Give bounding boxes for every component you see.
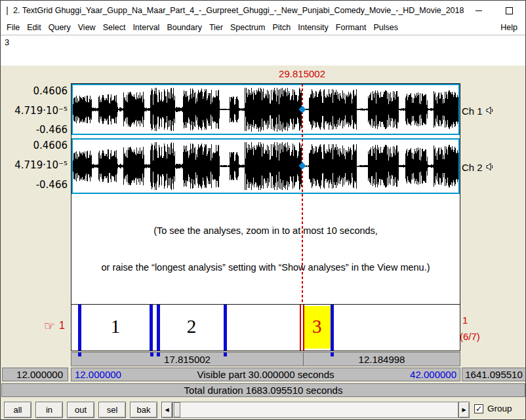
scroll-right-button[interactable]: ▶: [458, 402, 470, 418]
total-duration-bar[interactable]: Total duration 1683.095510 seconds: [1, 383, 525, 397]
ch2-mean-label: 4.719·10⁻⁵: [3, 160, 68, 170]
interval-text-field[interactable]: 3: [1, 35, 526, 68]
minimize-button[interactable]: [464, 1, 494, 20]
menu-select[interactable]: Select: [99, 23, 129, 32]
maximize-icon: [506, 7, 513, 14]
visible-end: 42.000000: [410, 369, 460, 380]
menu-query[interactable]: Query: [45, 23, 74, 32]
checkmark-icon: ✓: [475, 404, 482, 413]
waveform-channel-2[interactable]: [71, 138, 460, 194]
tier-pointer[interactable]: ☞ 1: [44, 319, 65, 332]
zoom-sel-button[interactable]: sel: [98, 402, 126, 418]
duration-left-segment[interactable]: 17.815002: [71, 353, 304, 366]
zoom-all-button[interactable]: all: [4, 402, 31, 418]
window-controls: ✕: [464, 1, 526, 20]
menu-intensity[interactable]: Intensity: [294, 23, 333, 32]
tier-boundary[interactable]: [331, 305, 334, 351]
menu-boundary[interactable]: Boundary: [163, 23, 206, 32]
waveform-ch1[interactable]: [73, 85, 458, 134]
boundary-tick: [78, 353, 81, 356]
speaker-icon[interactable]: [486, 162, 494, 173]
menu-view[interactable]: View: [74, 23, 99, 32]
window-start-cell[interactable]: 12.000000: [2, 368, 68, 381]
window-title: 2. TextGrid Ghuggi_Yaar_Gupp_Na_Maar_Par…: [13, 6, 464, 15]
scroll-left-icon: ◀: [165, 407, 169, 413]
ch1-min-label: -0.466: [3, 124, 68, 135]
tier-interval-count: (6/7): [460, 331, 480, 342]
waveform-channel-1[interactable]: [71, 84, 460, 135]
tier-boundary[interactable]: [224, 305, 227, 351]
zoom-in-button[interactable]: in: [35, 402, 63, 418]
titlebar: 2. TextGrid Ghuggi_Yaar_Gupp_Na_Maar_Par…: [1, 1, 525, 20]
group-checkbox[interactable]: ✓: [474, 404, 483, 413]
tier-boundary[interactable]: [157, 305, 160, 351]
textgrid-tier-1[interactable]: 123: [71, 304, 460, 351]
ch1-mean-label: 4.719·10⁻⁵: [3, 105, 68, 116]
ch2-label-row: Ch 2: [462, 162, 494, 172]
ch2-label: Ch 2: [462, 162, 483, 173]
zoom-bak-button[interactable]: bak: [130, 402, 157, 418]
menu-edit[interactable]: Edit: [24, 23, 45, 32]
visible-start: 12.000000: [71, 369, 121, 380]
menu-formant[interactable]: Formant: [332, 23, 370, 32]
menu-interval[interactable]: Interval: [129, 23, 163, 32]
scroll-right-icon: ▶: [462, 407, 466, 413]
group-label: Group: [487, 404, 512, 413]
scrollbar-thumb[interactable]: [174, 402, 180, 417]
menu-pulses[interactable]: Pulses: [370, 23, 402, 32]
tier-boundary[interactable]: [150, 305, 153, 351]
ch1-label: Ch 1: [462, 105, 483, 117]
pointing-hand-icon: ☞: [44, 319, 55, 332]
menu-tier[interactable]: Tier: [205, 23, 226, 32]
analysis-note-line2: or raise the “longest analysis” setting …: [71, 261, 460, 273]
speaker-icon[interactable]: [486, 105, 494, 117]
boundary-tick: [150, 353, 153, 356]
duration-bar: 17.815002 12.184998: [71, 352, 460, 366]
minimize-icon: [475, 10, 482, 11]
selected-boundary[interactable]: [300, 305, 304, 351]
interval-label[interactable]: 3: [307, 315, 327, 337]
tier-boundary[interactable]: [78, 305, 81, 351]
interval-text-value: 3: [5, 37, 9, 47]
interval-label[interactable]: 2: [182, 315, 201, 337]
menu-spectrum[interactable]: Spectrum: [226, 23, 269, 32]
menu-help[interactable]: Help: [493, 23, 525, 32]
app-icon: [7, 7, 8, 15]
ch2-min-label: -0.466: [3, 180, 68, 190]
cursor-time-label: 29.815002: [270, 68, 335, 79]
ch1-max-label: 0.4606: [3, 86, 68, 96]
menu-pitch[interactable]: Pitch: [269, 23, 294, 32]
boundary-tick: [331, 353, 334, 356]
visible-part-label: Visible part 30.000000 seconds: [121, 369, 410, 380]
cursor-line[interactable]: [302, 84, 303, 304]
tier-layer: 123: [71, 305, 460, 351]
boundary-tick: [157, 353, 160, 356]
ch2-max-label: 0.4606: [3, 140, 68, 151]
scroll-left-button[interactable]: ◀: [161, 402, 172, 418]
zoom-out-button[interactable]: out: [67, 402, 94, 418]
waveform-ch2[interactable]: [73, 140, 458, 193]
visible-part-bar[interactable]: 12.000000 Visible part 30.000000 seconds…: [71, 368, 460, 381]
duration-right-segment[interactable]: 12.184998: [304, 353, 460, 366]
tier-position-label: 1: [462, 315, 468, 326]
tier-number: 1: [59, 320, 65, 332]
praat-textgrid-editor-window: 2. TextGrid Ghuggi_Yaar_Gupp_Na_Maar_Par…: [0, 0, 526, 420]
interval-label[interactable]: 1: [106, 315, 125, 337]
ch1-label-row: Ch 1: [462, 105, 494, 116]
remaining-duration-cell[interactable]: 1641.095510: [462, 368, 526, 381]
menubar: File Edit Query View Select Interval Bou…: [1, 20, 525, 35]
menu-file[interactable]: File: [1, 23, 24, 32]
scrollbar-track[interactable]: [172, 402, 458, 418]
maximize-button[interactable]: [494, 1, 524, 20]
boundary-tick: [224, 353, 227, 356]
analysis-note-line1: (To see the analyses, zoom in to at most…: [71, 225, 460, 237]
